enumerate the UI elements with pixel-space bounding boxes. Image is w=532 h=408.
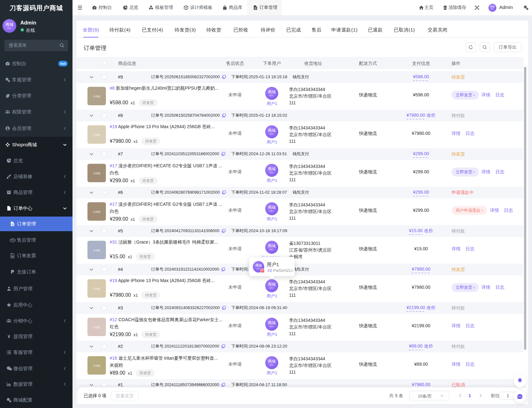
svg-text:¥: ¥ <box>8 334 10 339</box>
